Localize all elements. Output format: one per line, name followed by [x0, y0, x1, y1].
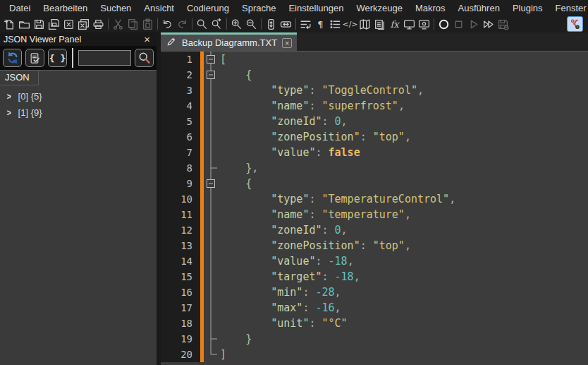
format-button[interactable]: { } — [48, 49, 67, 67]
code-row-1: 1[ — [161, 52, 588, 67]
monitor-icon[interactable] — [402, 17, 417, 32]
menu-item-suchen[interactable]: Suchen — [94, 1, 137, 15]
code-line[interactable]: "zoneId": 0, — [218, 114, 348, 129]
code-line[interactable]: "type": "TemperatureControl", — [218, 191, 455, 207]
show-all-chars-icon[interactable]: ¶ — [313, 17, 328, 32]
paste-icon[interactable] — [140, 17, 155, 32]
redo-icon[interactable] — [175, 17, 190, 32]
view-tracking-icon[interactable] — [417, 17, 431, 32]
menu-item-codierung[interactable]: Codierung — [180, 1, 235, 15]
find-icon[interactable] — [195, 17, 209, 32]
panel-title: JSON Viewer Panel — [4, 35, 81, 44]
code-row-8: 8 }, — [161, 160, 588, 176]
menu-item-werkzeuge[interactable]: Werkzeuge — [350, 1, 409, 15]
refresh-button[interactable] — [3, 49, 22, 67]
play-macro-icon[interactable] — [466, 17, 481, 32]
code-line[interactable]: "name": "temperature", — [218, 207, 411, 222]
replace-icon[interactable] — [209, 17, 224, 32]
code-row-13: 13 "zonePosition": "top", — [161, 238, 588, 253]
code-row-4: 4 "name": "superfrost", — [161, 98, 588, 114]
chevron-right-icon[interactable]: > — [7, 107, 11, 118]
code-line[interactable]: { — [218, 176, 252, 191]
code-line[interactable]: }, — [218, 160, 258, 176]
code-line[interactable]: "value": -18, — [218, 253, 354, 269]
print-icon[interactable] — [91, 17, 106, 32]
code-line[interactable]: "zonePosition": "top", — [218, 129, 411, 145]
code-completion-icon[interactable]: </> — [343, 17, 357, 32]
stop-macro-icon[interactable] — [451, 17, 466, 32]
run-macro-multiple-icon[interactable] — [481, 17, 496, 32]
validate-button[interactable] — [25, 49, 44, 67]
fold-guide — [204, 160, 218, 176]
fold-guide — [204, 331, 218, 347]
zoom-out-icon[interactable] — [244, 17, 259, 32]
panel-close-icon[interactable]: × — [141, 34, 153, 44]
chevron-right-icon[interactable]: > — [7, 91, 11, 102]
close-file-icon[interactable] — [61, 17, 76, 32]
code-line[interactable]: { — [218, 67, 252, 83]
fold-collapse-icon[interactable] — [204, 176, 218, 191]
fold-guide — [204, 222, 218, 238]
code-line[interactable]: "zoneId": 0, — [218, 222, 348, 238]
copy-icon[interactable] — [125, 17, 140, 32]
menu-item-ausfhren[interactable]: Ausführen — [452, 1, 506, 15]
code-line[interactable]: "type": "ToggleControl", — [218, 83, 424, 98]
panel-search-button[interactable] — [135, 49, 154, 67]
tree-item-1[interactable]: >[1] {9} — [0, 104, 157, 121]
record-macro-icon[interactable] — [436, 17, 451, 32]
code-line[interactable]: "target": -18, — [218, 269, 360, 285]
code-line[interactable]: [ — [218, 52, 226, 67]
new-file-icon[interactable] — [2, 17, 17, 32]
json-viewer-icon[interactable] — [567, 16, 583, 32]
code-line[interactable]: "name": "superfrost", — [218, 98, 405, 114]
code-line[interactable]: "max": -16, — [218, 300, 341, 316]
code-row-18: 18 "unit": "°C" — [161, 316, 588, 331]
json-tree-wrap: JSON >[0] {5}>[1] {9} — [0, 70, 157, 364]
code-line[interactable]: } — [218, 331, 252, 347]
code-area[interactable]: 1[2 {3 "type": "ToggleControl",4 "name":… — [161, 51, 588, 365]
fold-collapse-icon[interactable] — [204, 67, 218, 83]
menu-item-datei[interactable]: Datei — [3, 1, 37, 15]
menu-item-plugins[interactable]: Plugins — [506, 1, 549, 15]
code-line[interactable]: "min": -28, — [218, 285, 341, 300]
save-icon[interactable] — [32, 17, 47, 32]
notepad-plus-plus-window: DateiBearbeitenSuchenAnsichtCodierungSpr… — [0, 0, 588, 365]
menubar: DateiBearbeitenSuchenAnsichtCodierungSpr… — [0, 0, 588, 16]
save-all-icon[interactable] — [47, 17, 61, 32]
code-line[interactable]: "unit": "°C" — [218, 316, 348, 331]
tab-close-icon[interactable]: × — [282, 38, 292, 48]
zoom-in-icon[interactable] — [229, 17, 244, 32]
line-number: 12 — [161, 222, 200, 238]
panel-search-input[interactable] — [78, 50, 131, 66]
menu-item-einstellungen[interactable]: Einstellungen — [282, 1, 350, 15]
code-row-16: 16 "min": -28, — [161, 285, 588, 300]
menu-item-ansicht[interactable]: Ansicht — [137, 1, 180, 15]
fold-collapse-icon[interactable] — [204, 52, 218, 67]
sync-horizontal-icon[interactable] — [278, 17, 293, 32]
menu-item-bearbeiten[interactable]: Bearbeiten — [37, 1, 94, 15]
save-macro-icon[interactable] — [496, 17, 510, 32]
word-wrap-icon[interactable] — [298, 17, 313, 32]
toolbar-separator — [226, 18, 227, 30]
line-number: 8 — [161, 160, 200, 176]
close-all-icon[interactable] — [76, 17, 91, 32]
code-line[interactable]: "value": false — [218, 145, 360, 160]
undo-icon[interactable] — [160, 17, 175, 32]
line-number: 20 — [161, 347, 200, 362]
menu-item-makros[interactable]: Makros — [409, 1, 452, 15]
toolbar-separator — [157, 18, 158, 30]
menu-item-fenster[interactable]: Fenster — [549, 1, 588, 15]
code-line[interactable]: "zonePosition": "top", — [218, 238, 411, 253]
code-line[interactable]: ] — [218, 347, 226, 362]
line-number: 10 — [161, 191, 200, 207]
document-list-icon[interactable] — [372, 17, 387, 32]
menu-item-sprache[interactable]: Sprache — [235, 1, 282, 15]
cut-icon[interactable] — [111, 17, 125, 32]
sync-vertical-icon[interactable] — [264, 17, 278, 32]
indent-guide-icon[interactable] — [328, 17, 343, 32]
tree-item-0[interactable]: >[0] {5} — [0, 88, 157, 104]
open-folder-icon[interactable] — [17, 17, 32, 32]
document-map-icon[interactable] — [357, 17, 372, 32]
function-list-icon[interactable]: fx — [387, 17, 402, 32]
tab-backup-diagramm[interactable]: Backup Diagramm.TXT × — [161, 32, 297, 51]
